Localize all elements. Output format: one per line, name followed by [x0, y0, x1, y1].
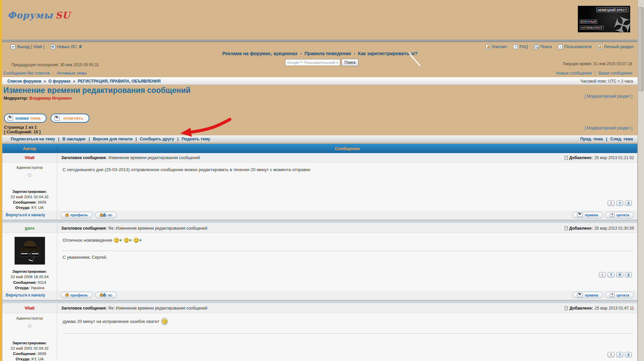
author-stats: Зарегистрирован: 22 май 2001 02:04.32 Со… — [2, 340, 57, 361]
quicklinks-right: Новые сообщения | Ваши сообщения — [556, 71, 632, 77]
promo-links-row: Реклама на форумах, аукционах - Правила … — [2, 51, 638, 56]
from-value: Україна — [31, 286, 45, 290]
post-subject-cell: Заголовок сообщения:Изменение времени ре… — [57, 155, 637, 160]
back-to-top-link[interactable]: Вернуться к началу — [6, 293, 45, 297]
magnifier-icon — [535, 45, 538, 48]
new-messages-link[interactable]: Новые сообщения — [556, 71, 592, 76]
warn-button[interactable]: ⊘ — [616, 272, 623, 277]
logout-link[interactable]: ↩ Выход [ Vitali ] — [11, 44, 45, 49]
profile-label: профиль — [70, 213, 88, 217]
quote-button[interactable]: ❝цитата — [605, 212, 634, 218]
scrollbar[interactable] — [638, 0, 644, 361]
registered-label: Зарегистрирован: — [12, 269, 47, 273]
toolbar-right: Пред. тема | След. тема — [580, 137, 633, 141]
separator: | — [53, 71, 54, 76]
your-messages-link[interactable]: Ваши сообщения — [598, 71, 632, 76]
quote-label: цитата — [617, 213, 629, 217]
smiley-icon — [134, 238, 139, 243]
subject-label: Заголовок сообщения: — [61, 306, 107, 311]
author-info-cell: Администратор ☆ Зарегистрирован: 22 май … — [2, 162, 57, 210]
new-topic-button[interactable]: новаятема — [4, 114, 47, 123]
rank-star-icon: ☆ — [2, 172, 57, 178]
users-link[interactable]: ≡ Пользователи — [558, 44, 592, 49]
table-header: Автор Сообщение — [2, 144, 637, 153]
prev-topic-link[interactable]: Пред. тема — [580, 137, 603, 141]
tell-friend-link[interactable]: Сообщить другу — [140, 137, 174, 141]
separator: - — [300, 51, 302, 56]
moderator-name-link[interactable]: Владимир Игоревич — [29, 96, 72, 101]
signature-divider — [63, 333, 632, 337]
bump-topic-link[interactable]: Поднять тему — [182, 137, 210, 141]
profile-button[interactable]: профиль — [61, 292, 93, 298]
new-pm-link[interactable]: ✉ Новых ЛС: 0 — [51, 44, 82, 49]
moderator-section-link[interactable]: [ Модераторский раздел ] — [585, 94, 632, 99]
author-name-link[interactable]: gans — [25, 226, 34, 231]
report-button[interactable]: ! — [599, 272, 606, 277]
scrollbar-thumb[interactable] — [639, 7, 643, 91]
site-header: ФорумыSU НЕМЕЦКИЙ КРЕСТ ВОЕННЫЙ АНТИКВАР… — [2, 0, 638, 39]
post-header-row: gans Заголовок сообщения:Re: Изменение в… — [2, 224, 637, 233]
delete-button[interactable]: X — [625, 352, 632, 357]
edit-button[interactable]: правка — [572, 292, 603, 298]
personal-label: Личный раздел — [604, 44, 634, 49]
search-input[interactable] — [285, 59, 340, 66]
report-button[interactable]: ! — [608, 201, 615, 206]
author-column-header: Автор — [2, 146, 57, 151]
profile-button[interactable]: профиль — [61, 212, 93, 218]
posted-time: 25 мар 2013 01:30.59 — [594, 226, 634, 231]
moderator-section-link[interactable]: [ Модераторский раздел ] — [585, 126, 632, 130]
registered-date: 22 май 2001 02:04.32 — [11, 195, 49, 199]
contact-icon — [486, 44, 490, 49]
faq-link[interactable]: ? FAQ — [513, 44, 528, 49]
post-footer-row: Вернуться к началу профиль лс правка ❝ци… — [2, 210, 637, 220]
print-version-link[interactable]: Версия для печати — [93, 137, 133, 141]
subscribe-link[interactable]: Подписаться на тему — [11, 137, 55, 141]
pm-button[interactable]: лс — [95, 292, 117, 298]
breadcrumb-registration[interactable]: РЕГИСТРАЦИЯ, ПРАВИЛА, ОБЪЯВЛЕНИЯ — [78, 79, 161, 84]
quote-button[interactable]: ❝цитата — [605, 292, 634, 298]
personal-section-link[interactable]: Личный раздел — [598, 44, 634, 49]
post-body-text: Отличное нововведение — [63, 238, 112, 243]
delete-button[interactable]: X — [625, 272, 632, 277]
author-name-link[interactable]: Vitali — [25, 306, 35, 311]
report-button[interactable]: ! — [608, 352, 615, 357]
question-button[interactable]: ? — [608, 272, 615, 277]
breadcrumb-separator: » — [73, 79, 75, 84]
back-to-top-link[interactable]: Вернуться к началу — [6, 213, 45, 217]
question-button[interactable]: ? — [616, 201, 623, 206]
separator: | — [89, 137, 90, 141]
messages-label: Сообщения: — [13, 200, 36, 204]
search-link[interactable]: Поиск — [534, 44, 552, 49]
question-button[interactable]: ? — [616, 352, 623, 357]
promo-link-ads[interactable]: Реклама на форумах, аукционах — [222, 51, 298, 56]
delete-button[interactable]: X — [625, 201, 632, 206]
breadcrumb-about-forums[interactable]: О форумах — [49, 79, 71, 84]
contact-link[interactable]: Контакт — [486, 44, 507, 49]
search-button[interactable]: Поиск — [341, 59, 358, 66]
breadcrumb-forum-list[interactable]: Список форумов — [7, 79, 41, 84]
promo-link-rules[interactable]: Правила поведения — [304, 51, 351, 56]
site-logo[interactable]: ФорумыSU — [7, 10, 70, 20]
subject-label: Заголовок сообщения: — [61, 226, 107, 231]
post-body-text: думаю 20 минут на исправление ошибок хва… — [63, 319, 159, 324]
active-topics-link[interactable]: Активные темы — [57, 71, 87, 76]
pencil-icon — [577, 213, 583, 217]
from-label: Откуда: — [16, 357, 30, 361]
edit-button[interactable]: правка — [572, 212, 603, 218]
author-info-cell: Зарегистрирован: 22 май 2008 18:20.54 Со… — [2, 233, 57, 290]
pm-icon: ✉ — [51, 44, 55, 49]
logout-icon: ↩ — [11, 44, 15, 49]
next-topic-link[interactable]: След. тема — [610, 137, 633, 141]
ad-banner[interactable]: НЕМЕЦКИЙ КРЕСТ ВОЕННЫЙ АНТИКВАРИАТ ✠ — [578, 6, 630, 32]
banner-line1: НЕМЕЦКИЙ КРЕСТ — [596, 8, 628, 12]
separator: - — [354, 51, 355, 56]
unanswered-link[interactable]: Сообщения без ответов — [3, 71, 50, 76]
reply-button[interactable]: ответить — [51, 114, 89, 123]
promo-link-register[interactable]: Как зарегистрироваться? — [358, 51, 417, 56]
author-name-link[interactable]: Vitali — [25, 155, 35, 160]
bookmark-link[interactable]: В закладки — [63, 137, 86, 141]
meta-row: Предыдущее посещение: 30 янв 2015 05:55.… — [2, 59, 638, 71]
posted-time: 25 мар 2013 01:47.11 — [595, 306, 634, 311]
pm-button[interactable]: лс — [95, 212, 117, 218]
post-author-cell: Vitali — [2, 153, 57, 162]
